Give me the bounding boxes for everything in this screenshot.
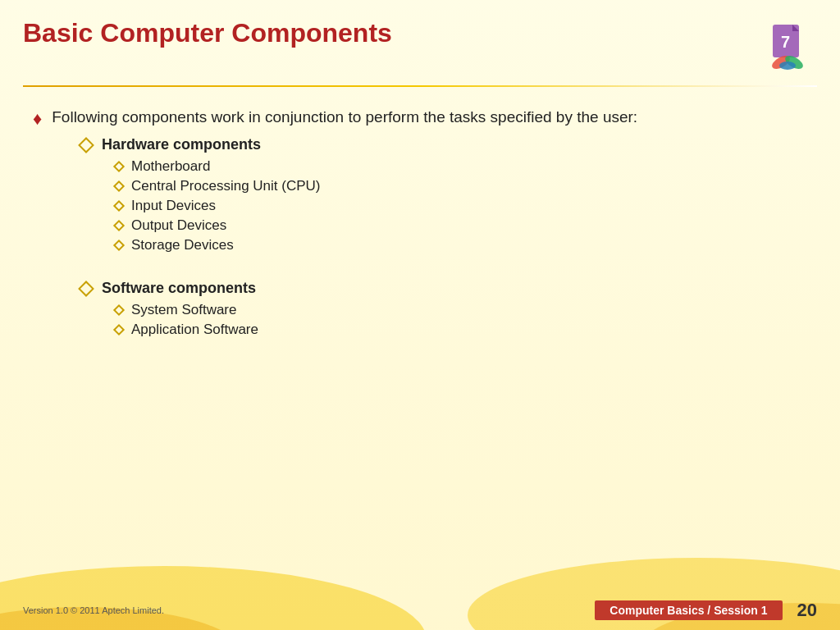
list-item: Output Devices xyxy=(115,217,807,234)
intro-text: Following components work in conjunction… xyxy=(52,107,637,129)
aptech-logo-icon: 7 xyxy=(758,18,817,77)
software-heading: Software components xyxy=(102,280,256,297)
bullet-l3-icon xyxy=(113,240,125,251)
bullet-l3-icon xyxy=(113,200,125,212)
software-items-list: System Software Application Software xyxy=(115,302,807,338)
logo-area: 7 xyxy=(758,18,817,77)
hardware-heading-item: Hardware components xyxy=(80,136,807,153)
software-item-application: Application Software xyxy=(131,322,258,338)
svg-point-10 xyxy=(779,62,796,70)
hardware-items-list: Motherboard Central Processing Unit (CPU… xyxy=(115,158,807,253)
software-item-system: System Software xyxy=(131,302,237,318)
footer-right: Computer Basics / Session 1 20 xyxy=(595,600,817,621)
list-item: Central Processing Unit (CPU) xyxy=(115,178,807,194)
svg-text:7: 7 xyxy=(781,33,790,51)
intro-bullet: ♦ Following components work in conjuncti… xyxy=(33,107,807,130)
slide-title: Basic Computer Components xyxy=(23,18,392,48)
hardware-item-input: Input Devices xyxy=(131,198,216,214)
footer-session: Computer Basics / Session 1 xyxy=(595,600,782,620)
slide-body: ♦ Following components work in conjuncti… xyxy=(0,87,840,338)
hardware-item-output: Output Devices xyxy=(131,217,226,234)
footer-page-number: 20 xyxy=(797,600,817,621)
section-gap xyxy=(33,257,807,275)
bullet-l2-software-icon xyxy=(78,281,94,297)
slide-header: Basic Computer Components 7 xyxy=(0,0,840,85)
list-item: Application Software xyxy=(115,322,807,338)
software-heading-item: Software components xyxy=(80,280,807,297)
bullet-l2-hardware-icon xyxy=(78,137,94,153)
hardware-block: Hardware components Motherboard Central … xyxy=(80,136,807,253)
bullet-l3-icon xyxy=(113,324,125,336)
bullet-l3-icon xyxy=(113,180,125,192)
hardware-item-cpu: Central Processing Unit (CPU) xyxy=(131,178,321,194)
bullet-l1-icon: ♦ xyxy=(33,108,42,130)
hardware-item-motherboard: Motherboard xyxy=(131,158,210,175)
footer-copyright: Version 1.0 © 2011 Aptech Limited. xyxy=(23,605,164,615)
list-item: Input Devices xyxy=(115,198,807,214)
hardware-item-storage: Storage Devices xyxy=(131,237,234,253)
list-item: Storage Devices xyxy=(115,237,807,253)
bullet-l3-icon xyxy=(113,220,125,231)
slide-footer: Version 1.0 © 2011 Aptech Limited. Compu… xyxy=(0,591,840,630)
hardware-heading: Hardware components xyxy=(102,136,261,153)
bullet-l3-icon xyxy=(113,161,125,172)
list-item: System Software xyxy=(115,302,807,318)
bullet-l3-icon xyxy=(113,304,125,316)
slide-wrapper: Basic Computer Components 7 ♦ Following … xyxy=(0,0,840,630)
list-item: Motherboard xyxy=(115,158,807,175)
software-block: Software components System Software Appl… xyxy=(80,280,807,338)
